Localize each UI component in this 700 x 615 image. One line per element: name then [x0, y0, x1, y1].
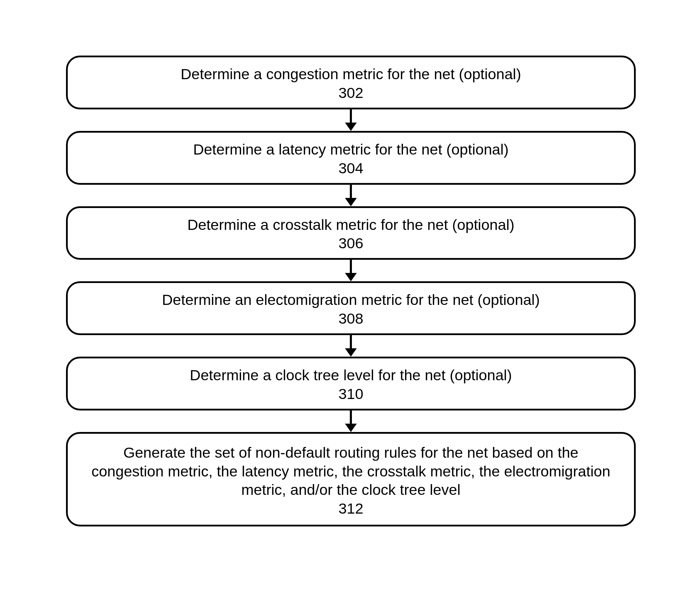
- step-number: 304: [82, 160, 620, 177]
- flowchart-step: Generate the set of non-default routing …: [66, 432, 636, 526]
- arrow-down-icon: [345, 335, 357, 357]
- step-number: 312: [89, 500, 613, 517]
- arrow-down-icon: [345, 410, 357, 432]
- step-text: Determine a clock tree level for the net…: [82, 366, 620, 385]
- arrow-down-icon: [345, 260, 357, 281]
- flowchart-step: Determine a crosstalk metric for the net…: [66, 206, 636, 282]
- step-box-306: Determine a crosstalk metric for the net…: [66, 206, 636, 260]
- step-box-310: Determine a clock tree level for the net…: [66, 357, 636, 410]
- step-number: 306: [82, 235, 620, 252]
- step-box-312: Generate the set of non-default routing …: [66, 432, 636, 526]
- flowchart-step: Determine an electomigration metric for …: [66, 281, 636, 357]
- flowchart-step: Determine a congestion metric for the ne…: [66, 56, 636, 131]
- flowchart-step: Determine a clock tree level for the net…: [66, 357, 636, 432]
- step-text: Generate the set of non-default routing …: [89, 443, 613, 499]
- step-text: Determine a congestion metric for the ne…: [82, 65, 620, 84]
- step-number: 308: [82, 310, 620, 327]
- arrow-down-icon: [345, 185, 357, 206]
- step-number: 302: [82, 84, 620, 101]
- flowchart-container: Determine a congestion metric for the ne…: [66, 56, 636, 526]
- step-text: Determine an electomigration metric for …: [82, 291, 620, 309]
- step-text: Determine a latency metric for the net (…: [82, 140, 620, 159]
- step-box-304: Determine a latency metric for the net (…: [66, 131, 636, 185]
- arrow-down-icon: [345, 109, 357, 131]
- step-box-308: Determine an electomigration metric for …: [66, 281, 636, 335]
- step-number: 310: [82, 385, 620, 402]
- flowchart-step: Determine a latency metric for the net (…: [66, 131, 636, 206]
- step-box-302: Determine a congestion metric for the ne…: [66, 56, 636, 109]
- step-text: Determine a crosstalk metric for the net…: [82, 216, 620, 234]
